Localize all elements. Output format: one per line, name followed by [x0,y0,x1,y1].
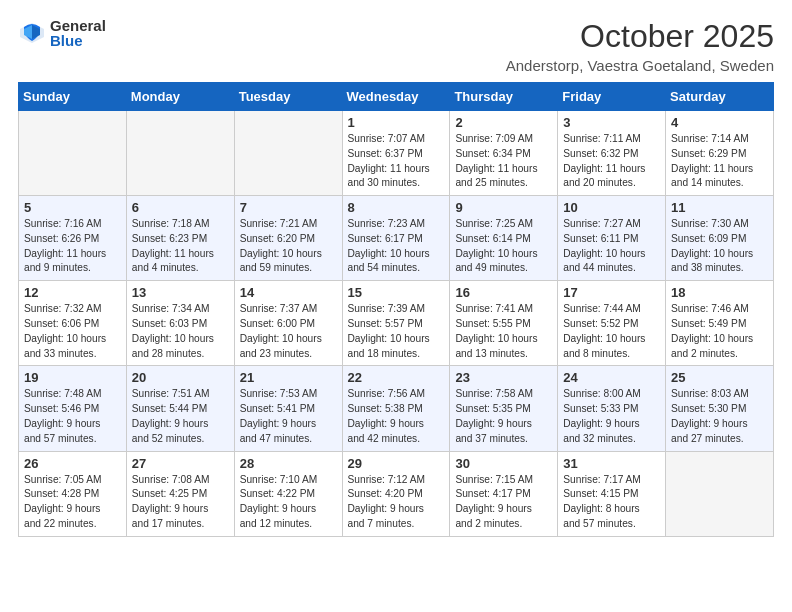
calendar-cell: 6Sunrise: 7:18 AM Sunset: 6:23 PM Daylig… [126,196,234,281]
day-info: Sunrise: 7:51 AM Sunset: 5:44 PM Dayligh… [132,387,229,446]
day-info: Sunrise: 7:44 AM Sunset: 5:52 PM Dayligh… [563,302,660,361]
day-number: 16 [455,285,552,300]
calendar: SundayMondayTuesdayWednesdayThursdayFrid… [18,82,774,537]
logo-icon [18,19,46,47]
day-number: 27 [132,456,229,471]
day-info: Sunrise: 7:27 AM Sunset: 6:11 PM Dayligh… [563,217,660,276]
day-info: Sunrise: 7:37 AM Sunset: 6:00 PM Dayligh… [240,302,337,361]
day-info: Sunrise: 7:21 AM Sunset: 6:20 PM Dayligh… [240,217,337,276]
calendar-cell: 14Sunrise: 7:37 AM Sunset: 6:00 PM Dayli… [234,281,342,366]
day-info: Sunrise: 7:16 AM Sunset: 6:26 PM Dayligh… [24,217,121,276]
col-header-tuesday: Tuesday [234,83,342,111]
calendar-cell [666,451,774,536]
calendar-cell: 5Sunrise: 7:16 AM Sunset: 6:26 PM Daylig… [19,196,127,281]
day-number: 3 [563,115,660,130]
day-info: Sunrise: 7:18 AM Sunset: 6:23 PM Dayligh… [132,217,229,276]
calendar-cell: 16Sunrise: 7:41 AM Sunset: 5:55 PM Dayli… [450,281,558,366]
calendar-cell [234,111,342,196]
day-number: 12 [24,285,121,300]
day-info: Sunrise: 7:10 AM Sunset: 4:22 PM Dayligh… [240,473,337,532]
day-info: Sunrise: 7:53 AM Sunset: 5:41 PM Dayligh… [240,387,337,446]
day-number: 19 [24,370,121,385]
day-info: Sunrise: 7:34 AM Sunset: 6:03 PM Dayligh… [132,302,229,361]
day-info: Sunrise: 7:48 AM Sunset: 5:46 PM Dayligh… [24,387,121,446]
calendar-cell: 26Sunrise: 7:05 AM Sunset: 4:28 PM Dayli… [19,451,127,536]
page: General Blue October 2025 Anderstorp, Va… [0,0,792,549]
calendar-cell: 8Sunrise: 7:23 AM Sunset: 6:17 PM Daylig… [342,196,450,281]
calendar-cell: 20Sunrise: 7:51 AM Sunset: 5:44 PM Dayli… [126,366,234,451]
day-info: Sunrise: 7:25 AM Sunset: 6:14 PM Dayligh… [455,217,552,276]
day-number: 20 [132,370,229,385]
day-number: 7 [240,200,337,215]
day-info: Sunrise: 7:46 AM Sunset: 5:49 PM Dayligh… [671,302,768,361]
calendar-cell: 17Sunrise: 7:44 AM Sunset: 5:52 PM Dayli… [558,281,666,366]
day-number: 11 [671,200,768,215]
calendar-cell: 12Sunrise: 7:32 AM Sunset: 6:06 PM Dayli… [19,281,127,366]
calendar-cell: 23Sunrise: 7:58 AM Sunset: 5:35 PM Dayli… [450,366,558,451]
day-info: Sunrise: 7:39 AM Sunset: 5:57 PM Dayligh… [348,302,445,361]
day-info: Sunrise: 7:15 AM Sunset: 4:17 PM Dayligh… [455,473,552,532]
day-number: 18 [671,285,768,300]
day-info: Sunrise: 8:00 AM Sunset: 5:33 PM Dayligh… [563,387,660,446]
day-number: 21 [240,370,337,385]
calendar-cell [126,111,234,196]
header: General Blue October 2025 Anderstorp, Va… [18,18,774,74]
calendar-cell: 11Sunrise: 7:30 AM Sunset: 6:09 PM Dayli… [666,196,774,281]
day-number: 2 [455,115,552,130]
day-info: Sunrise: 7:12 AM Sunset: 4:20 PM Dayligh… [348,473,445,532]
header-row: SundayMondayTuesdayWednesdayThursdayFrid… [19,83,774,111]
day-info: Sunrise: 7:07 AM Sunset: 6:37 PM Dayligh… [348,132,445,191]
week-row-1: 5Sunrise: 7:16 AM Sunset: 6:26 PM Daylig… [19,196,774,281]
day-number: 28 [240,456,337,471]
day-number: 30 [455,456,552,471]
calendar-cell: 25Sunrise: 8:03 AM Sunset: 5:30 PM Dayli… [666,366,774,451]
day-number: 4 [671,115,768,130]
day-number: 13 [132,285,229,300]
week-row-2: 12Sunrise: 7:32 AM Sunset: 6:06 PM Dayli… [19,281,774,366]
calendar-cell: 1Sunrise: 7:07 AM Sunset: 6:37 PM Daylig… [342,111,450,196]
calendar-cell: 19Sunrise: 7:48 AM Sunset: 5:46 PM Dayli… [19,366,127,451]
calendar-cell: 13Sunrise: 7:34 AM Sunset: 6:03 PM Dayli… [126,281,234,366]
day-number: 24 [563,370,660,385]
day-info: Sunrise: 7:17 AM Sunset: 4:15 PM Dayligh… [563,473,660,532]
day-info: Sunrise: 7:08 AM Sunset: 4:25 PM Dayligh… [132,473,229,532]
day-number: 15 [348,285,445,300]
day-number: 5 [24,200,121,215]
logo: General Blue [18,18,106,48]
col-header-wednesday: Wednesday [342,83,450,111]
day-number: 29 [348,456,445,471]
day-info: Sunrise: 7:14 AM Sunset: 6:29 PM Dayligh… [671,132,768,191]
day-number: 1 [348,115,445,130]
month-title: October 2025 [506,18,774,55]
calendar-cell: 21Sunrise: 7:53 AM Sunset: 5:41 PM Dayli… [234,366,342,451]
calendar-cell: 31Sunrise: 7:17 AM Sunset: 4:15 PM Dayli… [558,451,666,536]
week-row-3: 19Sunrise: 7:48 AM Sunset: 5:46 PM Dayli… [19,366,774,451]
day-number: 14 [240,285,337,300]
day-number: 25 [671,370,768,385]
calendar-cell: 27Sunrise: 7:08 AM Sunset: 4:25 PM Dayli… [126,451,234,536]
day-info: Sunrise: 8:03 AM Sunset: 5:30 PM Dayligh… [671,387,768,446]
day-number: 6 [132,200,229,215]
day-info: Sunrise: 7:23 AM Sunset: 6:17 PM Dayligh… [348,217,445,276]
col-header-sunday: Sunday [19,83,127,111]
calendar-cell: 30Sunrise: 7:15 AM Sunset: 4:17 PM Dayli… [450,451,558,536]
calendar-cell: 29Sunrise: 7:12 AM Sunset: 4:20 PM Dayli… [342,451,450,536]
col-header-saturday: Saturday [666,83,774,111]
calendar-cell: 3Sunrise: 7:11 AM Sunset: 6:32 PM Daylig… [558,111,666,196]
col-header-thursday: Thursday [450,83,558,111]
day-number: 8 [348,200,445,215]
day-number: 22 [348,370,445,385]
calendar-cell: 24Sunrise: 8:00 AM Sunset: 5:33 PM Dayli… [558,366,666,451]
day-number: 23 [455,370,552,385]
day-info: Sunrise: 7:41 AM Sunset: 5:55 PM Dayligh… [455,302,552,361]
logo-general-text: General [50,18,106,33]
calendar-cell: 4Sunrise: 7:14 AM Sunset: 6:29 PM Daylig… [666,111,774,196]
calendar-cell: 28Sunrise: 7:10 AM Sunset: 4:22 PM Dayli… [234,451,342,536]
calendar-cell: 15Sunrise: 7:39 AM Sunset: 5:57 PM Dayli… [342,281,450,366]
week-row-4: 26Sunrise: 7:05 AM Sunset: 4:28 PM Dayli… [19,451,774,536]
day-info: Sunrise: 7:56 AM Sunset: 5:38 PM Dayligh… [348,387,445,446]
day-number: 9 [455,200,552,215]
location-title: Anderstorp, Vaestra Goetaland, Sweden [506,57,774,74]
col-header-friday: Friday [558,83,666,111]
logo-blue-text: Blue [50,33,106,48]
